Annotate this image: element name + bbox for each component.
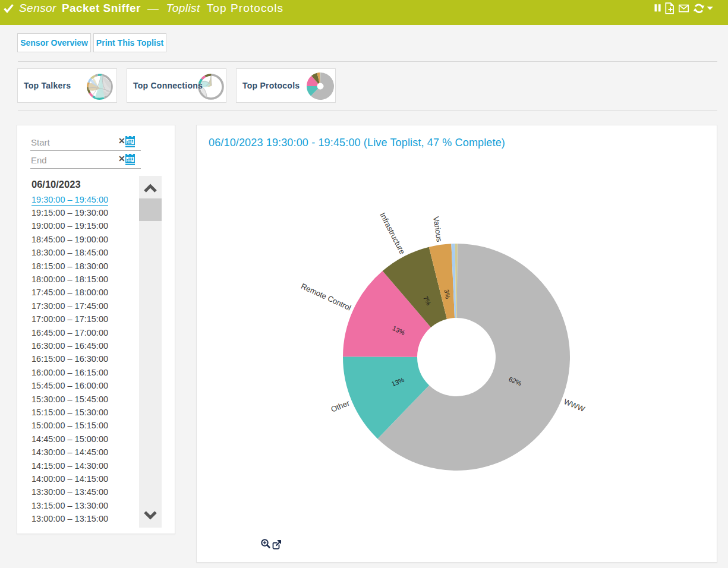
svg-text:Infrastructure: Infrastructure [378,211,406,255]
svg-text:3%: 3% [443,289,452,299]
svg-text:Various: Various [431,216,444,242]
svg-text:WWW: WWW [563,397,587,414]
svg-text:Other: Other [330,398,351,414]
svg-text:Remote Control: Remote Control [300,282,352,313]
